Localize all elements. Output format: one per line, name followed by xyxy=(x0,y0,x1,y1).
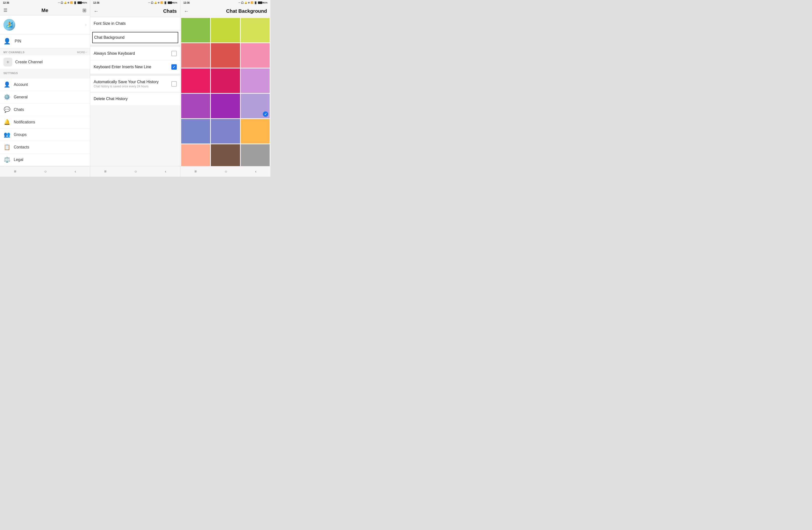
more-link[interactable]: MORE › xyxy=(77,51,87,54)
always-keyboard-checkbox[interactable] xyxy=(171,51,177,56)
notifications-label: Notifications xyxy=(14,120,35,124)
status-time-2: 12:36 xyxy=(93,1,100,4)
settings-groups[interactable]: 👥 Groups xyxy=(0,129,90,141)
color-swatch-cornflower[interactable] xyxy=(211,119,240,143)
menu-btn[interactable]: ≡ xyxy=(10,168,20,175)
hamburger-icon[interactable]: ☰ xyxy=(3,8,8,13)
status-time: 12:36 xyxy=(3,1,9,4)
delete-history-title: Delete Chat History xyxy=(94,97,177,101)
status-icons-3: ··· 🎧 🔔 ⊘ 📶 ▐▌ 81% xyxy=(238,1,267,4)
chat-bg-back-icon[interactable]: ← xyxy=(184,8,189,14)
auto-save-row[interactable]: Automatically Save Your Chat History Cha… xyxy=(90,76,180,92)
status-bar-2: 12:36 ··· 🎧 🔔 ⊘ 📶 ▐▌ 81% xyxy=(90,0,180,5)
color-swatch-peach[interactable] xyxy=(181,144,210,166)
back-btn-3[interactable]: ‹ xyxy=(251,168,260,175)
color-swatch-purple-med[interactable] xyxy=(211,94,240,118)
color-swatch-silver[interactable] xyxy=(241,144,270,166)
chats-topbar: ← Chats xyxy=(90,5,180,17)
settings-notifications[interactable]: 🔔 Notifications xyxy=(0,116,90,129)
settings-contacts[interactable]: 📋 Contacts xyxy=(0,141,90,154)
keyboard-enter-section: Keyboard Enter Inserts New Line xyxy=(90,60,180,74)
divider-2 xyxy=(90,45,180,47)
pin-section[interactable]: 👤 PIN xyxy=(0,34,90,48)
status-icons: ··· 🎧 🔔 ⊘ 📶 ▐▌ 81% xyxy=(58,1,87,4)
keyboard-enter-text: Keyboard Enter Inserts New Line xyxy=(94,65,169,69)
battery-icon xyxy=(77,1,82,4)
avatar-image: 🏄 xyxy=(3,19,15,31)
color-swatch-brown[interactable] xyxy=(211,144,240,166)
color-swatch-crimson[interactable] xyxy=(181,68,210,93)
back-btn-2[interactable]: ‹ xyxy=(161,168,170,175)
headphone2-icon: 🎧 xyxy=(151,1,154,4)
chat-background-row[interactable]: Chat Background xyxy=(92,32,178,43)
keyboard-enter-row[interactable]: Keyboard Enter Inserts New Line xyxy=(90,60,180,74)
color-swatch-magenta[interactable] xyxy=(211,68,240,93)
color-swatch-pink[interactable] xyxy=(241,43,270,68)
account-icon: 👤 xyxy=(3,82,10,88)
settings-header: SETTINGS xyxy=(0,69,90,76)
pin-icon: 👤 xyxy=(3,38,11,45)
me-panel: 12:36 ··· 🎧 🔔 ⊘ 📶 ▐▌ 81% ☰ Me ⊞ 🏄 › xyxy=(0,0,90,177)
home-btn-2[interactable]: ○ xyxy=(131,168,141,175)
chat-bg-title: Chat Background xyxy=(226,8,267,14)
always-keyboard-control[interactable] xyxy=(171,51,177,56)
auto-save-control[interactable] xyxy=(171,81,177,87)
signal3-icon: ··· xyxy=(238,1,241,4)
general-icon: ⚙️ xyxy=(3,94,10,100)
delete-history-row[interactable]: Delete Chat History xyxy=(90,93,180,105)
pin-label: PIN xyxy=(15,39,21,43)
back-btn[interactable]: ‹ xyxy=(71,168,80,175)
font-size-text: Font Size in Chats xyxy=(94,22,177,26)
keyboard-enter-control[interactable] xyxy=(171,64,177,70)
color-swatch-green-light[interactable] xyxy=(181,18,210,42)
profile-section[interactable]: 🏄 › xyxy=(0,15,90,34)
headphone-icon: 🎧 xyxy=(60,1,63,4)
dnd3-icon: ⊘ xyxy=(248,1,250,4)
home-btn[interactable]: ○ xyxy=(41,168,51,175)
always-keyboard-row[interactable]: Always Show Keyboard xyxy=(90,47,180,60)
settings-legal[interactable]: ⚖️ Legal xyxy=(0,154,90,166)
battery3-percent: 81% xyxy=(263,1,267,4)
color-swatch-periwinkle[interactable]: ✓ xyxy=(241,94,270,118)
signal-bars-icon: ▐▌ xyxy=(74,1,77,4)
contacts-icon: 📋 xyxy=(3,144,10,150)
color-swatch-slate-blue[interactable] xyxy=(181,119,210,143)
avatar: 🏄 xyxy=(3,19,15,31)
create-channel-icon: + xyxy=(3,58,12,67)
color-swatch-coral[interactable] xyxy=(211,43,240,68)
color-swatch-golden[interactable] xyxy=(241,119,270,143)
settings-account[interactable]: 👤 Account xyxy=(0,79,90,91)
battery2-percent: 81% xyxy=(173,1,177,4)
settings-list: 👤 Account ⚙️ General 💬 Chats 🔔 Notificat… xyxy=(0,79,90,166)
color-swatch-yellow-green[interactable] xyxy=(211,18,240,42)
font-size-row[interactable]: Font Size in Chats xyxy=(90,17,180,30)
general-label: General xyxy=(14,95,28,99)
menu-btn-3[interactable]: ≡ xyxy=(190,168,201,175)
settings-general[interactable]: ⚙️ General xyxy=(0,91,90,103)
delete-history-section: Delete Chat History xyxy=(90,93,180,105)
auto-save-title: Automatically Save Your Chat History xyxy=(94,80,169,84)
me-title: Me xyxy=(41,8,48,13)
create-channel-item[interactable]: + Create Channel xyxy=(0,55,90,69)
keyboard-enter-checkbox[interactable] xyxy=(171,64,177,70)
auto-save-checkbox[interactable] xyxy=(171,81,177,87)
qr-icon[interactable]: ⊞ xyxy=(82,8,87,13)
settings-chats[interactable]: 💬 Chats xyxy=(0,103,90,116)
selected-check-icon: ✓ xyxy=(263,111,268,117)
home-btn-3[interactable]: ○ xyxy=(221,168,231,175)
settings-title: SETTINGS xyxy=(3,72,18,74)
menu-btn-2[interactable]: ≡ xyxy=(100,168,110,175)
profile-chevron-icon: › xyxy=(85,23,87,27)
battery3-icon xyxy=(258,1,262,4)
system-bar-1: ≡ ○ ‹ xyxy=(0,166,90,177)
color-swatch-salmon[interactable] xyxy=(181,43,210,68)
chats-icon: 💬 xyxy=(3,107,10,113)
notif3-icon: 🔔 xyxy=(244,1,247,4)
signal2-icon: ··· xyxy=(148,1,150,4)
color-swatch-purple-light[interactable] xyxy=(181,94,210,118)
color-swatch-lavender[interactable] xyxy=(241,68,270,93)
notif2-icon: 🔔 xyxy=(154,1,157,4)
color-swatch-lime[interactable] xyxy=(241,18,270,42)
chats-back-icon[interactable]: ← xyxy=(94,8,99,14)
signal2-bars-icon: ▐▌ xyxy=(164,1,167,4)
